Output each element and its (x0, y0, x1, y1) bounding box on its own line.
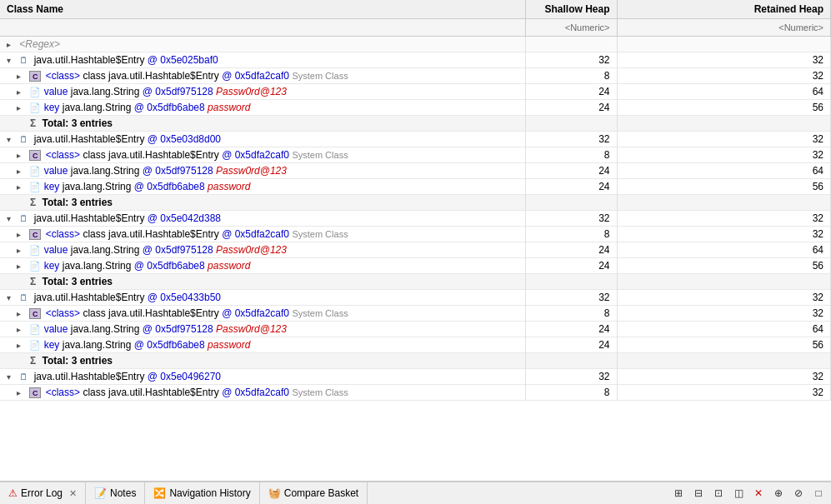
toolbar-btn-5[interactable]: ⊕ (769, 485, 788, 502)
tab-nav-history[interactable]: 🔀Navigation History (145, 482, 259, 504)
table-row[interactable]: ▾ 🗒 java.util.Hashtable$Entry @ 0x5e0433… (0, 290, 831, 306)
table-row[interactable]: ▸ 📄 key java.lang.String @ 0x5dfb6abe8 p… (0, 179, 831, 195)
collapse-icon[interactable]: ▾ (7, 293, 17, 302)
cell-retained: 56 (617, 179, 831, 195)
str-addr[interactable]: @ 0x5df975128 (143, 323, 213, 335)
class-keyword[interactable]: <class> (46, 387, 80, 398)
sigma-icon: Σ (30, 276, 36, 287)
field-name-value[interactable]: value (44, 86, 68, 97)
class-addr[interactable]: @ 0x5dfa2caf0 (222, 307, 289, 319)
field-name-key[interactable]: key (44, 102, 60, 113)
cell-retained: 32 (617, 68, 831, 84)
key-addr[interactable]: @ 0x5dfb6abe8 (134, 339, 205, 351)
class-keyword[interactable]: <class> (46, 307, 80, 319)
expand-child-icon[interactable]: ▸ (17, 103, 27, 112)
cell-name: Σ Total: 3 entries (0, 353, 525, 369)
tab-notes[interactable]: 📝Notes (86, 482, 145, 504)
class-addr[interactable]: @ 0x5dfa2caf0 (222, 70, 289, 82)
cell-name: ▾ 🗒 java.util.Hashtable$Entry @ 0x5e0496… (0, 369, 525, 385)
table-row[interactable]: ▸ 📄 value java.lang.String @ 0x5df975128… (0, 322, 831, 337)
field-name-value[interactable]: value (44, 244, 68, 256)
class-name-header[interactable]: Class Name (0, 0, 525, 19)
tab-compare-basket[interactable]: 🧺Compare Basket (260, 482, 368, 504)
tab-close-error-log[interactable]: ✕ (69, 488, 77, 499)
collapse-icon[interactable]: ▾ (7, 135, 17, 144)
table-row[interactable]: ▸ C <class> class java.util.Hashtable$En… (0, 147, 831, 163)
key-addr[interactable]: @ 0x5dfb6abe8 (134, 181, 205, 192)
table-row[interactable]: Σ Total: 3 entries (0, 116, 831, 132)
field-name-key[interactable]: key (44, 181, 60, 192)
table-row[interactable]: ▸ 📄 key java.lang.String @ 0x5dfb6abe8 p… (0, 337, 831, 353)
class-keyword[interactable]: <class> (46, 70, 80, 82)
expand-child-icon[interactable]: ▸ (17, 262, 27, 271)
toolbar-btn-delete[interactable]: ✕ (749, 485, 768, 502)
expand-child-icon[interactable]: ▸ (17, 167, 27, 176)
collapse-icon[interactable]: ▾ (7, 372, 17, 382)
table-row[interactable]: Σ Total: 3 entries (0, 195, 831, 211)
table-row[interactable]: ▾ 🗒 java.util.Hashtable$Entry @ 0x5e025b… (0, 52, 831, 68)
toolbar-btn-2[interactable]: ⊟ (689, 485, 708, 502)
class-address-link[interactable]: @ 0x5e025baf0 (148, 54, 218, 66)
field-name-value[interactable]: value (44, 323, 68, 335)
tab-label-nav-history: Navigation History (169, 487, 250, 499)
table-row[interactable]: Σ Total: 3 entries (0, 274, 831, 290)
toolbar-btn-4[interactable]: ◫ (729, 485, 748, 502)
table-row[interactable]: ▾ 🗒 java.util.Hashtable$Entry @ 0x5e03d8… (0, 132, 831, 147)
str-addr[interactable]: @ 0x5df975128 (143, 165, 213, 177)
table-row[interactable]: ▸ C <class> class java.util.Hashtable$En… (0, 306, 831, 322)
str-addr[interactable]: @ 0x5df975128 (143, 86, 213, 97)
field-name-value[interactable]: value (44, 165, 68, 177)
toolbar-btn-1[interactable]: ⊞ (669, 485, 688, 502)
table-row[interactable]: Σ Total: 3 entries (0, 353, 831, 369)
class-keyword[interactable]: <class> (46, 228, 80, 240)
field-name-key[interactable]: key (44, 260, 60, 272)
expand-child-icon[interactable]: ▸ (17, 246, 27, 255)
field-name-key[interactable]: key (44, 339, 60, 351)
collapse-icon[interactable]: ▾ (7, 56, 17, 65)
toolbar-btn-6[interactable]: ⊘ (789, 485, 808, 502)
expand-child-icon[interactable]: ▸ (17, 72, 27, 81)
table-row[interactable]: ▸ 📄 key java.lang.String @ 0x5dfb6abe8 p… (0, 100, 831, 116)
expand-child-icon[interactable]: ▸ (17, 388, 27, 397)
expand-icon[interactable]: ▸ (7, 40, 17, 49)
table-row[interactable]: ▸ C <class> class java.util.Hashtable$En… (0, 227, 831, 242)
class-addr[interactable]: @ 0x5dfa2caf0 (222, 387, 289, 398)
table-row[interactable]: ▸ <Regex> (0, 37, 831, 52)
tab-error-log[interactable]: ⚠Error Log✕ (0, 482, 86, 504)
table-row[interactable]: ▸ C <class> class java.util.Hashtable$En… (0, 385, 831, 401)
class-address-link[interactable]: @ 0x5e0433b50 (148, 292, 221, 303)
toolbar-btn-3[interactable]: ⊡ (709, 485, 728, 502)
cell-name: ▸ 📄 key java.lang.String @ 0x5dfb6abe8 p… (0, 258, 525, 274)
expand-child-icon[interactable]: ▸ (17, 341, 27, 350)
cell-retained (617, 195, 831, 211)
retained-heap-header[interactable]: Retained Heap (617, 0, 831, 19)
toolbar-btn-7[interactable]: □ (809, 485, 828, 502)
expand-child-icon[interactable]: ▸ (17, 151, 27, 160)
table-row[interactable]: ▸ 📄 value java.lang.String @ 0x5df975128… (0, 163, 831, 179)
table-row[interactable]: ▸ 📄 key java.lang.String @ 0x5dfb6abe8 p… (0, 258, 831, 274)
class-addr[interactable]: @ 0x5dfa2caf0 (222, 149, 289, 161)
class-keyword[interactable]: <class> (46, 149, 80, 161)
table-row[interactable]: ▾ 🗒 java.util.Hashtable$Entry @ 0x5e0496… (0, 369, 831, 385)
shallow-heap-header[interactable]: Shallow Heap (525, 0, 617, 19)
class-address-link[interactable]: @ 0x5e03d8d00 (148, 133, 221, 145)
expand-child-icon[interactable]: ▸ (17, 87, 27, 97)
expand-child-icon[interactable]: ▸ (17, 325, 27, 334)
table-row[interactable]: ▸ C <class> class java.util.Hashtable$En… (0, 68, 831, 84)
table-row[interactable]: ▾ 🗒 java.util.Hashtable$Entry @ 0x5e042d… (0, 211, 831, 227)
table-row[interactable]: ▸ 📄 value java.lang.String @ 0x5df975128… (0, 242, 831, 258)
collapse-icon[interactable]: ▾ (7, 214, 17, 223)
class-address-link[interactable]: @ 0x5e0496270 (148, 371, 221, 382)
expand-child-icon[interactable]: ▸ (17, 230, 27, 239)
key-addr[interactable]: @ 0x5dfb6abe8 (134, 260, 205, 272)
expand-child-icon[interactable]: ▸ (17, 309, 27, 318)
class-addr[interactable]: @ 0x5dfa2caf0 (222, 228, 289, 240)
table-row[interactable]: ▸ 📄 value java.lang.String @ 0x5df975128… (0, 84, 831, 100)
expand-child-icon[interactable]: ▸ (17, 182, 27, 192)
key-value: password (208, 102, 250, 113)
scroll-area[interactable]: Class Name Shallow Heap Retained Heap <N… (0, 0, 831, 481)
key-addr[interactable]: @ 0x5dfb6abe8 (134, 102, 205, 113)
tab-icon-notes: 📝 (94, 487, 107, 499)
str-addr[interactable]: @ 0x5df975128 (143, 244, 213, 256)
class-address-link[interactable]: @ 0x5e042d388 (148, 212, 221, 224)
